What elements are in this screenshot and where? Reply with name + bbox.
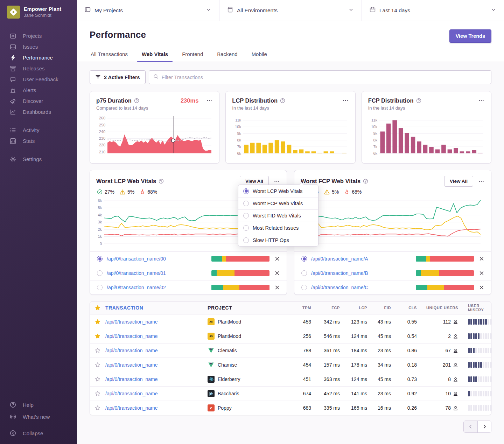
sidebar-item-help[interactable]: Help: [0, 399, 77, 411]
transaction-link[interactable]: /api/0/transaction_name: [105, 319, 208, 325]
broadcast-icon: [10, 414, 16, 420]
column-header-lcp: LCP: [341, 306, 369, 310]
transaction-link[interactable]: /api/0/transaction_name/A: [311, 256, 412, 262]
card-menu-button[interactable]: [342, 97, 349, 104]
good-segment: [416, 270, 421, 276]
transaction-radio[interactable]: [97, 256, 103, 262]
transaction-link[interactable]: /api/0/transaction_name/00: [107, 256, 207, 262]
vitals-distribution-bar: [211, 256, 270, 262]
warning-icon: [120, 189, 125, 195]
date-range-dropdown[interactable]: Last 14 days: [362, 0, 504, 21]
transaction-link[interactable]: /api/0/transaction_name: [105, 405, 208, 411]
chevron-down-icon: [491, 7, 496, 14]
transaction-radio[interactable]: [301, 285, 307, 290]
sidebar-item-stats[interactable]: Stats: [0, 136, 77, 146]
tab-mobile[interactable]: Mobile: [251, 51, 268, 62]
sidebar-item-label: Collapse: [23, 430, 43, 436]
star-outline-icon[interactable]: [94, 404, 101, 411]
sidebar-item-projects[interactable]: Projects: [0, 30, 77, 41]
transaction-radio[interactable]: [301, 270, 307, 276]
poor-segment: [439, 270, 474, 276]
environment-filter-dropdown[interactable]: All Environments: [219, 0, 362, 21]
transaction-radio[interactable]: [97, 270, 103, 276]
menu-item-slow-http-ops[interactable]: Slow HTTP Ops: [238, 234, 318, 246]
lcp-value: 141 ms: [341, 391, 369, 396]
active-filters-button[interactable]: 2 Active Filters: [90, 70, 146, 84]
ember-icon: e: [208, 404, 215, 411]
menu-item-most-related-issues[interactable]: Most Related Issues: [238, 222, 318, 234]
sidebar-nav: ProjectsIssuesPerformanceReleasesUser Fe…: [0, 30, 77, 165]
sidebar-item-dashboards[interactable]: Dashboards: [0, 106, 77, 117]
vitals-badge: 27%: [97, 189, 114, 195]
remove-transaction-button[interactable]: [478, 284, 485, 291]
svg-text:210: 210: [99, 150, 105, 154]
help-icon: [363, 179, 368, 184]
transaction-link[interactable]: /api/0/transaction_name/02: [107, 285, 207, 290]
search-input[interactable]: [162, 75, 487, 80]
sidebar-item-performance[interactable]: Performance: [0, 52, 77, 63]
tab-all-transactions[interactable]: All Transactions: [90, 51, 129, 62]
sidebar-item-settings[interactable]: Settings: [0, 154, 77, 165]
transaction-radio[interactable]: [97, 285, 103, 290]
project-filter-dropdown[interactable]: My Projects: [77, 0, 219, 21]
remove-transaction-button[interactable]: [478, 255, 485, 262]
person-icon: [453, 377, 458, 382]
previous-page-button[interactable]: [464, 421, 477, 432]
sidebar-item-user-feedback[interactable]: User Feedback: [0, 74, 77, 85]
sidebar-item-releases[interactable]: Releases: [0, 63, 77, 74]
sidebar-item-label: Settings: [23, 156, 42, 162]
star-outline-icon[interactable]: [94, 390, 101, 397]
transaction-link[interactable]: /api/0/transaction_name/B: [311, 270, 412, 276]
fid-value: 43 ms: [369, 319, 392, 325]
stats-icon: [10, 138, 16, 144]
card-menu-button[interactable]: [273, 178, 280, 185]
p75-value: 230ms: [181, 97, 198, 104]
transaction-link[interactable]: /api/0/transaction_name/01: [107, 270, 207, 276]
transaction-radio[interactable]: [301, 256, 307, 262]
remove-transaction-button[interactable]: [274, 255, 281, 262]
transaction-link[interactable]: /api/0/transaction_name: [105, 348, 208, 353]
menu-item-worst-fcp-web-vitals[interactable]: Worst FCP Web Vitals: [238, 197, 318, 209]
fid-value: 23 ms: [369, 348, 392, 353]
view-trends-button[interactable]: View Trends: [449, 29, 491, 43]
menu-item-worst-lcp-web-vitals[interactable]: Worst LCP Web Vitals: [238, 185, 318, 197]
star-outline-icon[interactable]: [94, 376, 101, 383]
remove-transaction-button[interactable]: [274, 284, 281, 291]
sidebar-item-discover[interactable]: Discover: [0, 96, 77, 106]
tab-web-vitals[interactable]: Web Vitals: [141, 51, 169, 62]
transaction-link[interactable]: /api/0/transaction_name: [105, 333, 208, 339]
star-filled-icon[interactable]: [94, 333, 101, 340]
org-switcher[interactable]: Empower Plant Jane Schmidt: [0, 0, 77, 19]
sidebar: Empower Plant Jane Schmidt ProjectsIssue…: [0, 0, 77, 444]
star-outline-icon[interactable]: [94, 361, 101, 368]
sidebar-item-issues[interactable]: Issues: [0, 41, 77, 52]
vitals-badge: 5%: [324, 189, 339, 195]
lcp-value: 124 ms: [341, 376, 369, 382]
next-page-button[interactable]: [477, 421, 491, 432]
tab-frontend[interactable]: Frontend: [181, 51, 204, 62]
card-menu-button[interactable]: [206, 97, 213, 104]
view-all-button[interactable]: View All: [444, 176, 473, 187]
table-row: /api/0/transaction_nameChamise454157 ms1…: [90, 358, 491, 372]
remove-transaction-button[interactable]: [478, 270, 485, 277]
transaction-link[interactable]: /api/0/transaction_name/C: [311, 285, 412, 290]
badge-value: 5%: [127, 189, 134, 195]
sidebar-item-collapse[interactable]: Collapse: [0, 427, 77, 439]
meh-segment: [222, 256, 226, 262]
tab-backend[interactable]: Backend: [216, 51, 238, 62]
card-menu-button[interactable]: [478, 178, 485, 185]
card-menu-button[interactable]: [478, 97, 485, 104]
help-icon: [134, 98, 139, 103]
transaction-link[interactable]: /api/0/transaction_name: [105, 376, 208, 382]
remove-transaction-button[interactable]: [274, 270, 281, 277]
menu-item-worst-fid-web-vitals[interactable]: Worst FID Web Vitals: [238, 209, 318, 222]
svg-text:7k: 7k: [373, 145, 377, 149]
person-icon: [453, 334, 458, 339]
star-filled-icon[interactable]: [94, 318, 101, 325]
sidebar-item-activity[interactable]: Activity: [0, 125, 77, 136]
transaction-link[interactable]: /api/0/transaction_name: [105, 362, 208, 368]
star-outline-icon[interactable]: [94, 347, 101, 354]
sidebar-item-alerts[interactable]: Alerts: [0, 85, 77, 96]
transaction-link[interactable]: /api/0/transaction_name: [105, 391, 208, 396]
sidebar-item-what-s-new[interactable]: What’s new: [0, 411, 77, 423]
